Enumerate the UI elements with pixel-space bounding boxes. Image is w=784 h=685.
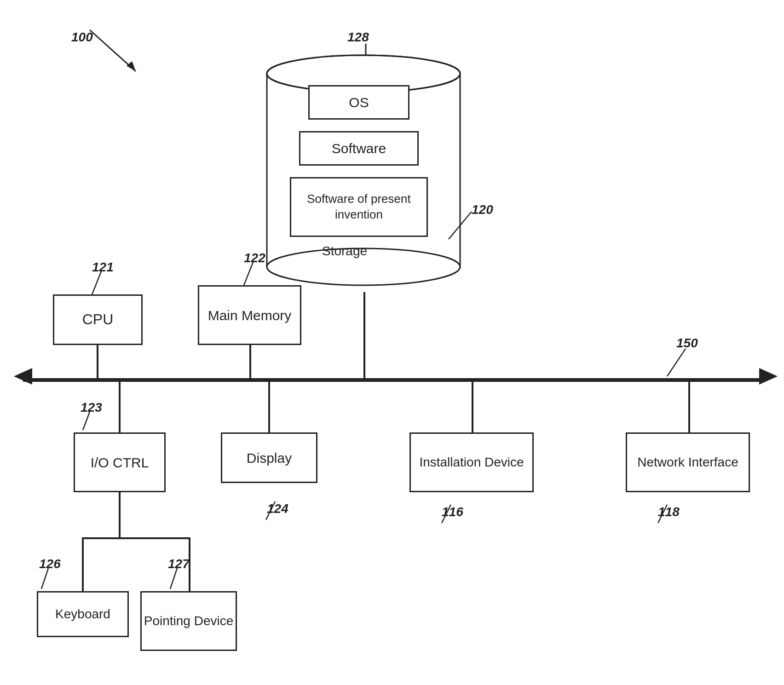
svg-line-12 (667, 349, 686, 376)
installation-device-box: Installation Device (409, 432, 534, 492)
main-memory-box: Main Memory (198, 285, 301, 345)
vline-pointing (189, 537, 190, 591)
vline-cpu (97, 345, 98, 378)
bus-arrow-left (14, 368, 32, 385)
svg-line-11 (244, 262, 253, 285)
vline-installation (472, 382, 473, 432)
svg-marker-1 (127, 61, 136, 71)
vline-network (688, 382, 690, 432)
vline-main-memory (249, 345, 251, 378)
keyboard-box: Keyboard (37, 591, 129, 637)
display-box: Display (221, 432, 317, 483)
bus-line (23, 378, 759, 382)
svg-line-10 (92, 271, 101, 294)
vline-keyboard (82, 537, 84, 591)
vline-io-ctrl (119, 382, 121, 432)
pointing-device-box: Pointing Device (140, 591, 237, 651)
vline-io-down (119, 492, 121, 538)
vline-display (268, 382, 270, 432)
io-ctrl-box: I/O CTRL (74, 432, 166, 492)
network-interface-box: Network Interface (626, 432, 750, 492)
cpu-box: CPU (53, 294, 143, 345)
os-box: OS (308, 85, 409, 120)
storage-label: Storage (322, 244, 367, 259)
hline-keyboard-pointing (82, 537, 190, 539)
software-invention-box: Software of present invention (290, 177, 428, 237)
software-box: Software (299, 131, 419, 166)
ref-128: 128 (347, 30, 369, 45)
vline-storage (363, 292, 365, 378)
bus-arrow-right (759, 368, 778, 385)
